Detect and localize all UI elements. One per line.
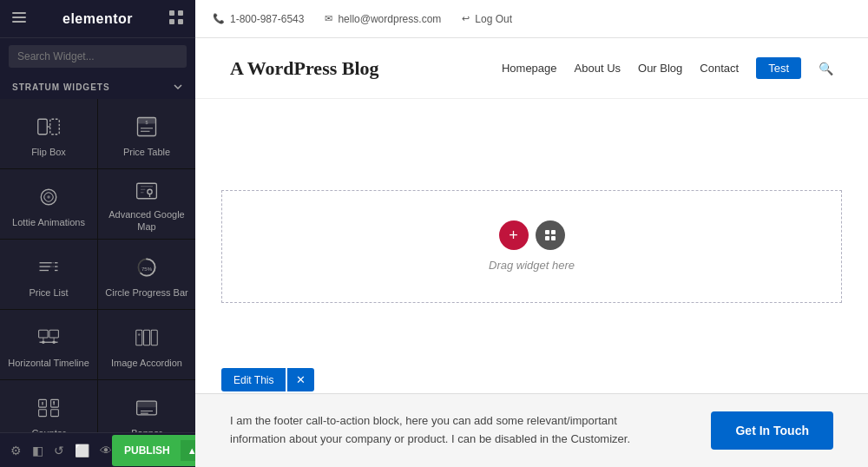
image-accordion-icon <box>130 324 163 352</box>
stratum-widgets-header: STRATUM WIDGETS <box>0 75 195 99</box>
svg-rect-45 <box>51 410 59 417</box>
nav-test[interactable]: Test <box>756 57 801 79</box>
add-widget-button[interactable]: + <box>499 220 529 250</box>
svg-rect-64 <box>545 236 549 240</box>
svg-text:75%: 75% <box>141 265 153 271</box>
timeline-icon <box>32 324 65 352</box>
svg-rect-31 <box>49 330 59 338</box>
footer-icon-group: ⚙ ◧ ↺ ⬜ 👁 <box>10 444 112 457</box>
svg-rect-5 <box>169 19 174 24</box>
svg-rect-44 <box>39 410 47 417</box>
edit-toolbar: Edit This ✕ <box>221 368 314 391</box>
search-icon[interactable]: 🔍 <box>819 62 833 76</box>
drop-zone-wrapper: + Drag widget here <box>195 99 868 393</box>
widget-item-price-table[interactable]: $ Price Table <box>98 99 195 168</box>
svg-text:$: $ <box>146 119 148 124</box>
widget-item-circle-progress[interactable]: 75% Circle Progress Bar <box>98 240 195 309</box>
svg-rect-65 <box>551 236 556 240</box>
drop-zone[interactable]: + Drag widget here <box>221 190 842 303</box>
svg-rect-39 <box>151 330 157 345</box>
svg-rect-7 <box>38 119 48 135</box>
svg-rect-62 <box>545 230 549 234</box>
svg-point-34 <box>52 340 56 344</box>
footer-cta: I am the footer call-to-action block, he… <box>195 393 868 467</box>
circle-progress-label: Circle Progress Bar <box>105 286 187 299</box>
price-table-icon: $ <box>130 113 163 141</box>
main-content: 📞 1-800-987-6543 ✉ hello@wordpress.com ↩… <box>195 0 868 467</box>
svg-rect-6 <box>178 19 183 24</box>
widget-button[interactable] <box>536 220 565 250</box>
price-table-label: Price Table <box>123 146 170 158</box>
edit-close-button[interactable]: ✕ <box>287 368 314 391</box>
nav-our-blog[interactable]: Our Blog <box>638 62 682 75</box>
widget-item-google-map[interactable]: Advanced Google Map <box>98 169 195 239</box>
lottie-label: Lottie Animations <box>12 216 85 228</box>
logout-item[interactable]: ↩ Log Out <box>462 13 512 25</box>
eye-icon[interactable]: 👁 <box>100 444 112 457</box>
nav-homepage[interactable]: Homepage <box>502 62 557 75</box>
grid-icon[interactable] <box>169 10 183 28</box>
svg-rect-37 <box>136 330 142 345</box>
svg-rect-1 <box>12 16 26 18</box>
sidebar-search-container <box>0 38 195 75</box>
logout-icon: ↩ <box>462 13 470 24</box>
logout-label: Log Out <box>475 13 512 25</box>
widget-item-counter[interactable]: Counter <box>0 380 97 432</box>
circle-progress-icon: 75% <box>130 253 163 281</box>
svg-point-41 <box>138 333 141 336</box>
nav-contact[interactable]: Contact <box>700 62 739 75</box>
widget-item-lottie[interactable]: Lottie Animations <box>0 169 97 239</box>
svg-point-33 <box>42 340 45 344</box>
publish-button[interactable]: PUBLISH ▲ <box>112 435 204 466</box>
sidebar: elementor STRATUM WIDGETS <box>0 0 195 467</box>
svg-rect-63 <box>551 230 556 234</box>
edit-this-button[interactable]: Edit This <box>221 368 286 391</box>
layers-icon[interactable]: ◧ <box>32 444 43 457</box>
svg-point-16 <box>47 195 50 199</box>
search-input[interactable] <box>9 45 187 68</box>
nav-links: Homepage About Us Our Blog Contact Test … <box>502 57 833 79</box>
settings-icon[interactable]: ⚙ <box>10 444 22 457</box>
page-content: + Drag widget here <box>195 99 868 467</box>
flip-box-label: Flip Box <box>31 146 66 158</box>
lottie-icon <box>32 183 65 211</box>
timeline-label: Horizontal Timeline <box>8 357 89 369</box>
phone-item: 📞 1-800-987-6543 <box>213 13 304 25</box>
responsive-icon[interactable]: ⬜ <box>75 444 89 457</box>
site-title: A WordPress Blog <box>230 57 379 80</box>
nav-about-us[interactable]: About Us <box>575 62 621 75</box>
sidebar-header: elementor <box>0 0 195 38</box>
counter-icon <box>32 394 65 422</box>
svg-rect-38 <box>144 330 150 345</box>
widget-item-flip-box[interactable]: Flip Box <box>0 99 97 168</box>
drop-zone-buttons: + <box>499 220 565 250</box>
drag-text: Drag widget here <box>489 259 575 272</box>
site-nav: A WordPress Blog Homepage About Us Our B… <box>195 38 868 99</box>
google-map-icon <box>130 179 163 203</box>
price-list-icon <box>32 253 65 281</box>
svg-point-18 <box>148 189 152 194</box>
email-icon: ✉ <box>325 13 332 24</box>
svg-rect-3 <box>169 10 174 16</box>
topbar: 📞 1-800-987-6543 ✉ hello@wordpress.com ↩… <box>195 0 868 38</box>
google-map-label: Advanced Google Map <box>105 208 188 234</box>
phone-number: 1-800-987-6543 <box>230 13 304 25</box>
banner-icon <box>130 394 163 422</box>
widget-item-timeline[interactable]: Horizontal Timeline <box>0 310 97 379</box>
widget-grid: Flip Box $ Price Table <box>0 99 195 432</box>
svg-rect-0 <box>12 12 26 14</box>
flip-box-icon <box>32 113 65 141</box>
hamburger-icon[interactable] <box>12 10 26 28</box>
widget-item-image-accordion[interactable]: Image Accordion <box>98 310 195 379</box>
email-address: hello@wordpress.com <box>338 13 441 25</box>
elementor-logo: elementor <box>62 11 133 27</box>
widget-item-price-list[interactable]: Price List <box>0 240 97 309</box>
svg-rect-30 <box>39 330 49 338</box>
get-in-touch-button[interactable]: Get In Touch <box>711 411 833 450</box>
phone-icon: 📞 <box>213 13 225 24</box>
image-accordion-label: Image Accordion <box>111 357 182 369</box>
email-item: ✉ hello@wordpress.com <box>325 13 441 25</box>
svg-rect-2 <box>12 21 26 23</box>
widget-item-banner[interactable]: Banner <box>98 380 195 432</box>
history-icon[interactable]: ↺ <box>54 444 64 457</box>
